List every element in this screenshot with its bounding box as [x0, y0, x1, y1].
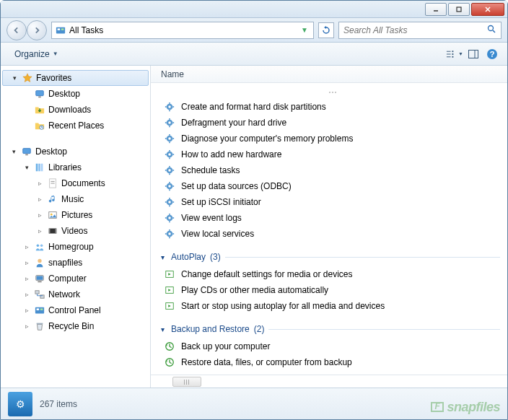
refresh-button[interactable] — [318, 22, 334, 38]
tree-label: Desktop — [35, 146, 67, 157]
task-item[interactable]: Back up your computer — [158, 338, 507, 354]
chevron-down-icon: ▼ — [53, 51, 58, 57]
task-label: Diagnose your computer's memory problems — [181, 134, 353, 144]
task-item[interactable]: Change default settings for media or dev… — [158, 266, 507, 282]
watermark: snapfiles — [431, 400, 500, 415]
task-item[interactable]: Set up iSCSI initiator — [158, 194, 507, 210]
expand-icon[interactable]: ▹ — [22, 307, 31, 314]
expand-icon[interactable]: ▹ — [22, 291, 31, 298]
tree-label: Favorites — [36, 73, 71, 83]
task-item[interactable]: Create and format hard disk partitions — [158, 99, 507, 115]
address-bar[interactable]: All Tasks ▼ — [51, 22, 314, 39]
view-options-button[interactable]: ▼ — [445, 45, 464, 63]
node-computer-icon — [34, 273, 45, 284]
expand-icon[interactable]: ▹ — [22, 275, 31, 282]
scrollbar-thumb[interactable]: ||| — [172, 377, 201, 387]
svg-rect-22 — [23, 149, 31, 154]
node-homegroup[interactable]: ▹Homegroup — [1, 239, 150, 255]
forward-button[interactable] — [27, 20, 47, 40]
favorites-node[interactable]: ▾Favorites — [2, 70, 149, 86]
search-input[interactable] — [343, 25, 484, 35]
task-item[interactable]: Set up data sources (ODBC) — [158, 178, 507, 194]
svg-rect-6 — [61, 28, 64, 30]
svg-rect-25 — [38, 164, 40, 172]
node-computer[interactable]: ▹Computer — [1, 271, 150, 286]
svg-line-8 — [493, 30, 495, 32]
task-item[interactable]: How to add new hardware — [158, 146, 507, 162]
libraries-node-icon — [34, 162, 45, 173]
tree-label: Downloads — [48, 105, 91, 115]
fav-downloads[interactable]: Downloads — [1, 102, 150, 118]
expand-icon[interactable]: ▹ — [35, 196, 44, 203]
svg-point-54 — [168, 121, 171, 124]
expand-icon[interactable]: ▹ — [22, 323, 31, 330]
expand-icon[interactable]: ▾ — [9, 148, 18, 155]
task-item[interactable]: Defragment your hard drive — [158, 115, 507, 131]
chevron-down-icon[interactable]: ▾ — [158, 253, 167, 261]
node-control-panel[interactable]: ▹Control Panel — [1, 302, 150, 318]
lib-videos[interactable]: ▹Videos — [1, 223, 150, 239]
libraries-node[interactable]: ▾Libraries — [1, 159, 150, 175]
tree-label: Pictures — [61, 210, 92, 220]
task-label: Play CDs or other media automatically — [181, 285, 328, 295]
svg-rect-44 — [37, 308, 40, 310]
task-label: View local services — [181, 229, 254, 239]
help-button[interactable]: ? — [483, 45, 502, 63]
node-recycle-bin[interactable]: ▹Recycle Bin — [1, 318, 150, 334]
expand-icon[interactable]: ▹ — [22, 243, 31, 250]
item-count: 267 items — [40, 399, 77, 409]
lib-pictures[interactable]: ▹Pictures — [1, 207, 150, 223]
svg-rect-46 — [37, 323, 43, 325]
task-item[interactable]: Schedule tasks — [158, 162, 507, 178]
column-header-name[interactable]: Name — [151, 66, 507, 83]
task-item[interactable]: Start or stop using autoplay for all med… — [158, 298, 507, 314]
preview-pane-button[interactable] — [464, 45, 483, 63]
lib-music-icon — [47, 193, 58, 205]
search-box[interactable] — [338, 22, 502, 39]
organize-button[interactable]: Organize ▼ — [6, 45, 66, 63]
close-button[interactable] — [471, 3, 504, 16]
lib-documents[interactable]: ▹Documents — [1, 175, 150, 191]
gear-icon — [164, 101, 175, 113]
task-icon — [164, 341, 175, 352]
svg-point-60 — [168, 137, 171, 140]
svg-rect-41 — [35, 291, 39, 294]
fav-desktop[interactable]: Desktop — [1, 86, 150, 102]
minimize-button[interactable] — [425, 3, 447, 16]
expand-icon[interactable]: ▹ — [22, 259, 31, 266]
node-network[interactable]: ▹Network — [1, 286, 150, 302]
desktop-node[interactable]: ▾Desktop — [1, 144, 150, 159]
chevron-down-icon[interactable]: ▾ — [158, 325, 167, 333]
expand-icon[interactable]: ▹ — [35, 227, 44, 235]
horizontal-scrollbar[interactable]: ||| — [151, 375, 507, 388]
svg-point-96 — [168, 232, 171, 235]
svg-rect-23 — [25, 154, 28, 156]
task-item[interactable]: View event logs — [158, 210, 507, 226]
group-header[interactable]: ▾AutoPlay (3) — [158, 248, 507, 266]
task-item[interactable]: Restore data, files, or computer from ba… — [158, 354, 507, 370]
node-snapfiles[interactable]: ▹snapfiles — [1, 255, 150, 271]
back-button[interactable] — [6, 20, 27, 40]
lib-music[interactable]: ▹Music — [1, 191, 150, 207]
expand-icon[interactable]: ▾ — [22, 164, 31, 171]
expand-icon[interactable]: ▹ — [35, 180, 44, 187]
expand-icon[interactable]: ▹ — [35, 211, 44, 219]
svg-rect-34 — [56, 229, 57, 234]
fav-recent-places[interactable]: Recent Places — [1, 118, 150, 134]
svg-rect-33 — [49, 229, 51, 234]
address-text: All Tasks — [69, 25, 103, 35]
task-item[interactable]: Diagnose your computer's memory problems — [158, 131, 507, 146]
task-label: How to add new hardware — [181, 149, 281, 159]
expand-icon[interactable]: ▾ — [10, 74, 19, 82]
task-label: Back up your computer — [181, 341, 270, 351]
task-icon — [164, 284, 175, 296]
task-item[interactable]: Play CDs or other media automatically — [158, 282, 507, 298]
group-header[interactable]: ▾Backup and Restore (2) — [158, 320, 507, 338]
address-dropdown-icon[interactable]: ▼ — [299, 26, 310, 34]
fav-recent-places-icon — [34, 120, 45, 131]
svg-rect-1 — [457, 7, 461, 12]
tree-label: Homegroup — [48, 242, 94, 252]
task-item[interactable]: View local services — [158, 226, 507, 242]
maximize-button[interactable] — [448, 3, 470, 16]
tree-label: Recent Places — [48, 121, 104, 131]
